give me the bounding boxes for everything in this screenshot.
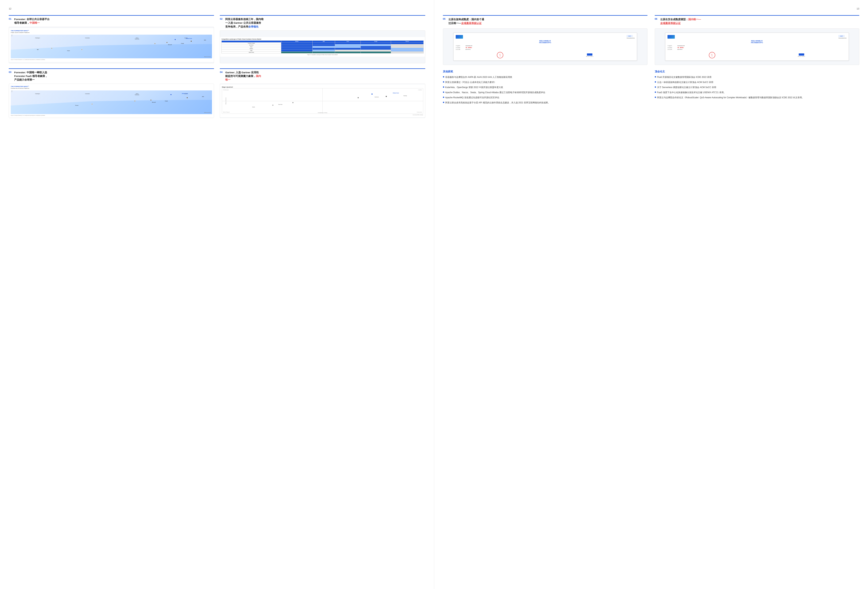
section-01-header: 01 Forrester: 全球公共云容器平台 领导者象限，中国唯一 [9,18,214,25]
cl-cell-5-2 [313,50,335,52]
paper-dot-5 [655,97,656,98]
section-06-number: 06 [655,18,659,20]
section-01-title-line2: 领导者象限，中国唯一 [14,22,40,24]
gc-y-axis: Ability to Execute [225,97,226,104]
paper-text-3: 关于 Serverless 调度创新论文被云计算顶会 ACM SoCC 录用 [657,86,716,89]
fw-label-tencent-03: Tencent [75,105,78,106]
section-02-title: 阿里云容器服务连续三年，国内唯 一入选 Gartner 公共云容器服务 竞争格局… [225,18,264,29]
section-06-title: 云原生安全成熟度模型：国内唯一— 全域最高等级认证 [660,18,701,25]
gc-chart-04: Challengers Leaders Niche Players Vision… [222,88,423,114]
section-05-title-line1: 云原生架构成熟度：国内首个通 [449,18,484,21]
forrester-wave-03: THE FORRESTER WAVE™ Function-As-A-Servic… [9,84,214,118]
section-06-header: 06 云原生安全成熟度模型：国内唯一— 全域最高等级认证 [655,18,859,26]
section-06-title-line1: 云原生安全成熟度模型：国内唯一— [660,18,701,21]
paper-item-2: 云边一体容器架构创新论文被云计算顶会 ACM SoCC 录用 [655,81,859,84]
cf-logos-bottom-06: 赛宝认证中心有限公司 [798,53,805,57]
gc-x-axis: Completeness of Vision [318,112,327,113]
fw-x-axis-label-03: Market presence [204,112,211,113]
cl-caption-02: Figure 2: Competitive Landscape of Publi… [221,54,424,55]
cf-label-product-06: 产品型号： [667,45,677,47]
gc-title-04: Magic Quadrant [222,86,423,88]
section-06-cert-container: CAICT 中国信息通信研究院 阿里云计算有限公司 阿里云容器服务应用平台 产品… [655,28,859,65]
fw-subtitle-03: Function-As-A-Service Platforms [11,88,212,89]
cf-logos-bottom-05: 赛宝认证中心有限公司 [586,53,593,57]
fw-footer-03: Source: Forrester Research, Inc. Unautho… [11,115,212,116]
cf-label-date-05: 认证日期： [456,49,465,50]
gc-label-alibaba: Alibaba Cloud [393,92,399,93]
section-02: 02 阿里云容器服务连续三年，国内唯 一入选 Gartner 公共云容器服务 竞… [220,15,425,63]
award-dot-1 [443,76,444,77]
awards-list: 容器服务与达摩院合作 AHPA 获 AAAI 2023 IAAI 人工智能创新应… [443,75,647,104]
cl-cell-5-1 [281,50,312,52]
fw-footer-01: Source: Forrester Research, Inc. Unautho… [11,59,212,60]
gc-dot-datadog [386,96,387,97]
section-01-highlight: 中国唯一 [30,22,40,24]
cf-product-name-05: 阿里云容器服务应用平台 [539,42,551,43]
section-03: 03 Forrester: 中国唯一蝉联入选 Forrester FaaS 领导… [9,68,214,118]
bottom-sections: 其他获奖 容器服务与达摩院合作 AHPA 获 AAAI 2023 IAAI 人工… [443,70,859,106]
cf-value-level-06: 4级（最高级） [678,47,685,49]
cf-cert-org-label-05: 中国信息通信研究院 [626,38,635,38]
section-04: 04 Gartner: 入选 Gartner 应用性 能监控与可观测魔力象限，国… [220,68,425,118]
fw-dot-ibm [51,47,53,49]
fw-cat-challengers-03: Challengers [35,93,40,95]
cf-logo-bottom-06 [799,53,804,56]
cl-cell-5-5 [391,50,424,52]
cf-label-date-06: 认证日期： [667,49,677,50]
cf-product-name-06: 阿里云容器服务应用平台 [751,42,763,43]
section-03-title: Forrester: 中国唯一蝉联入选 Forrester FaaS 领导者象限… [14,71,47,82]
cl-title-02: Competitive Landscape of Public Cloud Co… [221,38,424,40]
cl-th-category [221,40,281,42]
page-number-left: 12 [9,7,425,10]
paper-item-3: 关于 Serverless 调度创新论文被云计算顶会 ACM SoCC 录用 [655,86,859,89]
cl-cell-label-1: Container Engine [221,42,281,44]
section-04-title: Gartner: 入选 Gartner 应用性 能监控与可观测魔力象限，国内 唯… [225,71,261,82]
cf-header-05: CAICT 中国信息通信研究院 [456,35,635,38]
cl-row-5: Edge [221,50,424,52]
cl-th-google: Google [361,40,391,42]
cl-cell-6-3 [335,52,360,53]
cf-logos-right-06: CAICT 中国信息通信研究院 [838,35,846,38]
fw-chart-03: Challengers Contenders StrongPerformers … [11,90,212,114]
cf-field-row-3-06: 认证日期： 2022-06-01 [667,49,846,50]
cl-cell-6-2 [313,52,335,53]
cl-th-tencent: Tencent [391,40,424,42]
fw-cat-strong-03: StrongPerformers [135,93,139,95]
section-03-image: THE FORRESTER WAVE™ Function-As-A-Servic… [9,84,214,118]
cf-value-date-05: 2022-05-01 [465,49,471,50]
cl-cell-5-3 [335,50,360,52]
fw-dot-google-03 [150,99,152,101]
cf-fields-06: 产品型号： A202200101700 认证等级： 4级（最高级） 认证日期： … [667,45,846,50]
cf-label-level-05: 认证等级： [456,47,465,49]
fw-dot-alibaba [174,39,176,40]
cl-table-02: Alibaba AWS Azure Google Tencent Contain… [221,40,424,53]
cl-cell-2-4 [361,44,391,46]
cl-th-azure: Azure [335,40,360,42]
award-dot-6 [443,102,444,103]
cl-cell-label-5: Edge [221,50,281,52]
award-dot-4 [443,92,444,93]
cl-row-4: Registry [221,48,424,50]
section-01-image: THE FORRESTER WAVE™ Public Cloud Contain… [9,27,214,63]
cl-cell-2-2 [313,44,335,46]
cl-cell-4-1 [281,48,312,50]
section-02-title-line3: 竞争格局，产品布局全球领先 [225,25,258,28]
section-06-highlight1: 国内唯一— [688,18,701,21]
section-03-divider [9,68,214,69]
section-02-divider [220,15,425,16]
section-04-header: 04 Gartner: 入选 Gartner 应用性 能监控与可观测魔力象限，国… [220,71,425,82]
section-01-title: Forrester: 全球公共云容器平台 领导者象限，中国唯一 [14,18,50,25]
gc-label-splunk: Splunk [252,106,255,108]
cl-cell-2-3 [335,44,360,46]
award-item-1: 容器服务与达摩院合作 AHPA 获 AAAI 2023 IAAI 人工智能创新应… [443,75,647,79]
paper-dot-2 [655,81,656,83]
cf-logo-bottom-05 [587,53,592,56]
fw-label-ms-03: Microsoft [152,102,156,103]
cf-logo-06 [667,35,675,38]
fw-cat-challengers: Challengers [35,37,40,40]
fw-categories-03: Challengers Contenders StrongPerformers … [13,93,210,95]
cf-cert-logo1-06: CAICT [838,35,845,37]
section-02-image: Competitive Landscape of Public Cloud Co… [220,31,425,63]
cl-cell-4-4 [361,48,391,50]
cl-th-aws: AWS [313,40,335,42]
